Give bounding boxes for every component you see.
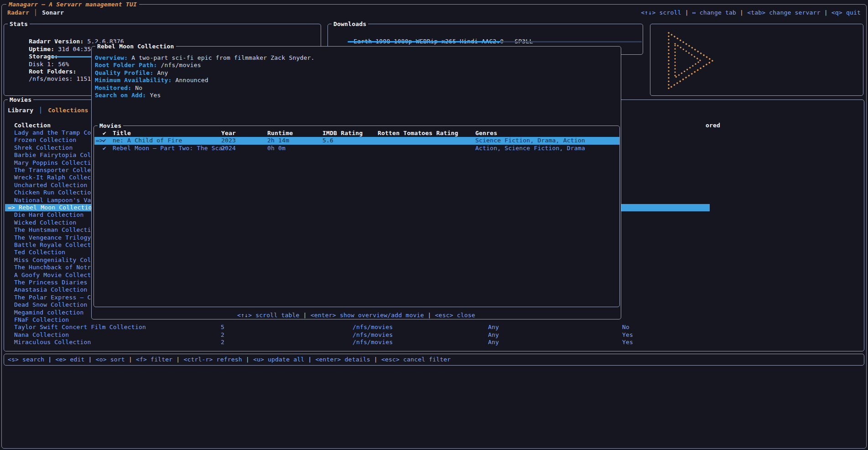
download-progress-gauge xyxy=(348,41,642,42)
detail-minimumavailability: Minimum Availability:Announced xyxy=(95,77,208,84)
storage-row: Storage: xyxy=(7,46,58,53)
detail-value: No xyxy=(135,84,142,91)
collection-name: Rebel Moon Collection xyxy=(19,204,96,211)
hint-separator: | xyxy=(370,356,381,363)
collection-name: The Hunchback of Notr xyxy=(14,264,91,271)
keybind-hint: <s> search xyxy=(8,356,44,363)
modal-keybind-hints: <↑↓> scroll table | <enter> show overvie… xyxy=(92,312,621,319)
collection-monitored: No xyxy=(622,324,629,331)
keybind-hint: <o> sort xyxy=(96,356,125,363)
collection-name: Nana Collection xyxy=(14,331,69,339)
detail-label: Minimum Availability: xyxy=(95,77,172,84)
detail-value: /nfs/movies xyxy=(161,62,201,68)
collection-name: Mary Poppins Collecti xyxy=(14,159,91,167)
hint-separator: | xyxy=(304,356,315,363)
collection-row[interactable]: Taylor Swift Concert Film Collection5/nf… xyxy=(4,324,864,331)
keybind-hint: ↔ change tab xyxy=(692,9,736,16)
keybind-hint: <esc> close xyxy=(435,312,475,319)
collection-monitored: Yes xyxy=(622,331,633,339)
movie-title: Rebel Moon – Part Two: The Scar xyxy=(113,145,226,152)
detail-searchonadd: Search on Add:Yes xyxy=(95,92,161,99)
movie-check: ✔ xyxy=(103,145,106,152)
movie-runtime: 2h 14m xyxy=(267,137,289,144)
collection-name: Chicken Run Collectio xyxy=(14,189,91,196)
collection-movie-count: 2 xyxy=(221,331,224,339)
top-keybind-hints: <↑↓> scroll | ↔ change tab | <tab> chang… xyxy=(641,9,861,16)
collection-root-folder: /nfs/movies xyxy=(353,324,393,331)
hint-separator: | xyxy=(300,312,311,319)
keybind-hint: <f> filter xyxy=(136,356,172,363)
keybind-hint: <enter> details xyxy=(315,356,370,363)
selection-arrow: => xyxy=(8,204,15,211)
collection-name: Die Hard Collection xyxy=(14,211,84,219)
movies-table-title: Movies xyxy=(98,122,123,129)
collection-monitored: Yes xyxy=(622,339,633,346)
movie-row[interactable]: ✔Rebel Moon – Part Two: The Scar20240h 0… xyxy=(94,145,619,152)
detail-rootfolderpath: Root Folder Path:/nfs/movies xyxy=(95,62,201,69)
tab-separator: │ xyxy=(34,9,37,16)
detail-label: Overview: xyxy=(95,54,128,61)
radarr-version-row: Radarr Version:5.2.6.8376 xyxy=(7,31,124,38)
hint-separator: | xyxy=(242,356,253,363)
keybind-hint: <esc> cancel filter xyxy=(381,356,451,363)
movies-col-header: Title xyxy=(113,130,131,137)
collection-name: Wicked Collection xyxy=(14,219,76,226)
detail-value: Announced xyxy=(176,77,208,84)
movies-col-header: Rotten Tomatoes Rating xyxy=(378,130,458,137)
collection-name: Dead Snow Collection xyxy=(14,301,88,309)
collection-root-folder: /nfs/movies xyxy=(353,339,393,346)
tab-sonarr[interactable]: Sonarr xyxy=(42,9,64,16)
collection-name: Miss Congeniality Col xyxy=(14,256,91,264)
collection-name: Frozen Collection xyxy=(14,136,76,144)
keybind-hint: <enter> show overview/add movie xyxy=(311,312,424,319)
hint-separator: | xyxy=(125,356,136,363)
collection-quality-profile: Any xyxy=(488,339,499,346)
collection-name: Miraculous Collection xyxy=(14,339,91,346)
footer-keybind-hints: <s> search | <e> edit | <o> sort | <f> f… xyxy=(8,356,451,363)
collection-name: The Huntsman Collecti xyxy=(14,226,91,234)
detail-label: Search on Add: xyxy=(95,92,146,99)
collection-name: Barbie Fairytopia Col xyxy=(14,152,91,159)
collection-name: FNaF Collection xyxy=(14,316,69,324)
collection-details-modal: Rebel Moon Collection Overview:A two-par… xyxy=(91,46,621,319)
collection-row[interactable]: Nana Collection2/nfs/moviesAnyYes xyxy=(4,331,864,339)
detail-label: Monitored: xyxy=(95,84,131,91)
movies-col-header: Genres xyxy=(475,130,497,137)
movie-row-selected[interactable]: =>✔ne: A Child of Fire20232h 14m5.6Scien… xyxy=(94,137,619,144)
collection-row[interactable]: Miraculous Collection2/nfs/moviesAnyYes xyxy=(4,339,864,346)
detail-value: Yes xyxy=(150,92,161,99)
stats-panel-title: Stats xyxy=(8,21,30,27)
root-folders-row: Root Folders: xyxy=(7,61,77,68)
servarr-tabs: Radarr │ Sonarr xyxy=(7,9,64,16)
movie-genres: Action, Science Fiction, Drama xyxy=(475,145,585,152)
downloads-panel-title: Downloads xyxy=(332,21,368,27)
collection-name: Uncharted Collection xyxy=(14,182,88,189)
collection-name: National Lampoon's Va xyxy=(14,197,91,204)
movie-genres: Science Fiction, Drama, Action xyxy=(475,137,585,144)
collection-movie-count: 5 xyxy=(221,324,224,331)
detail-label: Quality Profile: xyxy=(95,69,153,76)
hint-separator: | xyxy=(172,356,183,363)
keybind-hint: <e> edit xyxy=(55,356,84,363)
keybind-hint: <u> update all xyxy=(253,356,304,363)
movies-table-header: ✔TitleYearRuntimeIMDB RatingRotten Tomat… xyxy=(94,130,619,137)
collection-name: The Polar Express – C xyxy=(14,294,91,301)
keybind-hint: <q> quit xyxy=(832,9,861,16)
collection-movies-table: Movies ✔TitleYearRuntimeIMDB RatingRotte… xyxy=(94,126,620,307)
logo-panel xyxy=(650,24,863,96)
detail-qualityprofile: Quality Profile:Any xyxy=(95,69,168,77)
hint-separator: | xyxy=(44,356,55,363)
download-item: Earth 1998 1080p WEBRip x265 Hindi AAC2.… xyxy=(332,31,533,38)
collection-name: A Goofy Movie Collect xyxy=(14,272,91,279)
tab-radarr[interactable]: Radarr xyxy=(7,9,29,16)
collection-name: Anastasia Collection xyxy=(14,286,88,293)
collection-name: Battle Royale Collect xyxy=(14,241,91,249)
collection-name: Wreck-It Ralph Collec xyxy=(14,174,91,181)
hint-separator: | xyxy=(424,312,435,319)
modal-title: Rebel Moon Collection xyxy=(95,43,176,50)
collection-name: Ted Collection xyxy=(14,249,65,256)
selection-arrow: => xyxy=(96,137,103,144)
keybind-hint: <ctrl-r> refresh xyxy=(183,356,242,363)
collection-root-folder: /nfs/movies xyxy=(353,331,393,339)
managarr-play-logo-icon xyxy=(655,26,723,94)
